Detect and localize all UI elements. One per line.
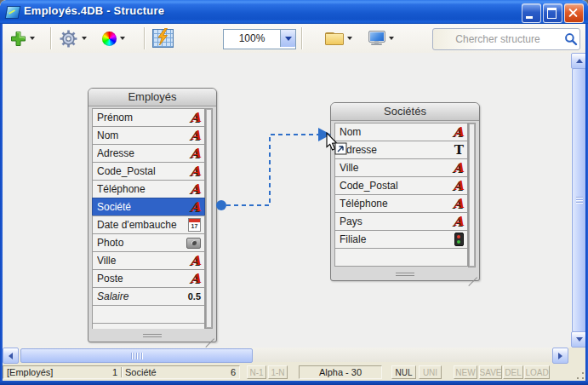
add-table-button[interactable] (10, 24, 35, 53)
maximize-button[interactable] (543, 3, 562, 23)
structure-canvas[interactable]: Employés PrénomANomAAdresseACode_PostalA… (3, 53, 571, 348)
status-bar: [Employés] 1 Société 6 Alpha - 30 N-11-N… (3, 365, 585, 381)
field-row[interactable]: NomA (334, 123, 468, 141)
field-type-box: Alpha - 30 (299, 365, 382, 379)
field-label: Code_Postal (340, 180, 454, 192)
load-button[interactable]: LOAD (524, 365, 550, 379)
field-row[interactable]: AdresseT (334, 141, 468, 159)
toolbar-separator (301, 27, 302, 49)
field-label: Prénom (97, 112, 191, 124)
alpha-type-icon: A (454, 215, 464, 228)
alpha-type-icon: A (454, 180, 464, 192)
table-title[interactable]: Employés (88, 89, 216, 106)
scroll-right-button[interactable] (552, 348, 568, 364)
field-row[interactable]: AdresseA (92, 144, 205, 163)
table-societes[interactable]: Sociétés NomAAdresseTVilleACode_PostalAT… (330, 102, 480, 281)
real-type-icon: 0.5 (188, 291, 201, 302)
del-button[interactable]: DEL (503, 365, 523, 379)
minimize-button[interactable] (522, 3, 541, 23)
save-button[interactable]: SAVE (479, 365, 502, 379)
alpha-type-icon: A (191, 147, 201, 160)
alpha-type-icon: A (191, 255, 201, 267)
table-grip[interactable] (396, 273, 414, 277)
display-mode-button[interactable] (368, 24, 394, 53)
minimize-icon (526, 16, 533, 19)
field-row[interactable]: VilleA (92, 251, 205, 270)
field-row[interactable]: Date d'embauche17 (92, 215, 205, 234)
new-button[interactable]: NEW (454, 365, 477, 379)
maximize-icon (547, 8, 557, 19)
field-row[interactable]: TéléphoneA (92, 180, 205, 198)
vertical-scrollbar-thumb[interactable] (572, 68, 586, 332)
field-label: Adresse (340, 144, 454, 156)
field-label: Téléphone (97, 183, 191, 195)
field-number: 6 (231, 367, 236, 377)
field-row[interactable]: Code_PostalA (92, 162, 205, 181)
table-name: [Employés] (7, 367, 53, 377)
field-row[interactable]: PosteA (92, 269, 205, 288)
field-row[interactable]: Filiale (334, 230, 468, 249)
table-resize-handle[interactable] (205, 338, 214, 348)
horizontal-scrollbar[interactable] (3, 348, 568, 362)
monitor-icon (368, 31, 385, 46)
structure-window: Employés.4DB - Structure (0, 0, 588, 385)
field-row[interactable]: VilleA (334, 158, 468, 177)
chevron-down-icon (82, 37, 87, 40)
window-title: Employés.4DB - Structure (24, 4, 164, 17)
empty-field-row[interactable] (334, 248, 468, 267)
field-row[interactable]: Photo (92, 233, 205, 252)
n-1-button[interactable]: N-1 (247, 365, 266, 379)
chevron-down-icon (576, 337, 583, 342)
field-type-label: Alpha - 30 (319, 367, 362, 377)
field-row[interactable]: Salaire0.5 (92, 287, 205, 306)
search-input[interactable] (433, 32, 562, 46)
uni-button[interactable]: UNI (419, 365, 442, 379)
relation-source-dot (216, 200, 226, 210)
table-scrollbar[interactable] (468, 123, 476, 267)
lightning-grid-icon (152, 29, 174, 48)
table-scrollbar-thumb[interactable] (469, 124, 475, 267)
field-row[interactable]: TéléphoneA (334, 194, 468, 213)
zoom-dropdown-button[interactable] (280, 30, 295, 47)
chevron-down-icon (285, 37, 292, 41)
window-border (0, 24, 3, 385)
scroll-left-button[interactable] (3, 348, 19, 364)
1-n-button[interactable]: 1-N (268, 365, 288, 379)
search-field[interactable] (432, 28, 580, 50)
field-row[interactable]: Code_PostalA (334, 176, 468, 195)
chevron-right-icon (558, 353, 562, 359)
text-type-icon: T (454, 144, 464, 157)
field-row[interactable]: NomA (92, 126, 205, 145)
toolbar-separator (144, 27, 145, 49)
field-list: NomAAdresseTVilleACode_PostalATéléphoneA… (334, 123, 468, 267)
zoom-combobox[interactable]: 100% (223, 29, 296, 49)
field-row[interactable]: SociétéA (92, 198, 205, 216)
field-row[interactable]: PrénomA (92, 108, 205, 127)
title-bar[interactable]: Employés.4DB - Structure (0, 0, 588, 24)
display-options-button[interactable] (59, 24, 87, 53)
window-border (0, 381, 588, 385)
table-employes[interactable]: Employés PrénomANomAAdresseACode_PostalA… (88, 88, 217, 342)
field-row[interactable]: PaysA (334, 212, 468, 231)
empty-field-row[interactable] (92, 323, 205, 329)
relation-arrow-icon (318, 128, 331, 141)
horizontal-scrollbar-thumb[interactable] (20, 348, 253, 363)
table-title[interactable]: Sociétés (331, 103, 479, 121)
table-resize-handle[interactable] (468, 277, 477, 286)
search-button[interactable] (562, 30, 579, 49)
color-wheel-icon (102, 32, 117, 46)
vertical-scrollbar[interactable] (571, 53, 585, 348)
empty-field-row[interactable] (92, 305, 205, 324)
resize-grip[interactable] (576, 371, 585, 380)
open-button[interactable] (325, 24, 352, 53)
trigger-button[interactable] (152, 24, 174, 53)
close-button[interactable] (564, 3, 584, 23)
nul-button[interactable]: NUL (391, 365, 416, 379)
table-scrollbar[interactable] (205, 108, 213, 329)
alpha-type-icon: A (454, 198, 464, 210)
alpha-type-icon: A (191, 201, 201, 214)
table-number: 1 (112, 367, 117, 377)
color-button[interactable] (102, 24, 125, 53)
table-scrollbar-thumb[interactable] (206, 109, 212, 328)
table-grip[interactable] (143, 334, 162, 338)
